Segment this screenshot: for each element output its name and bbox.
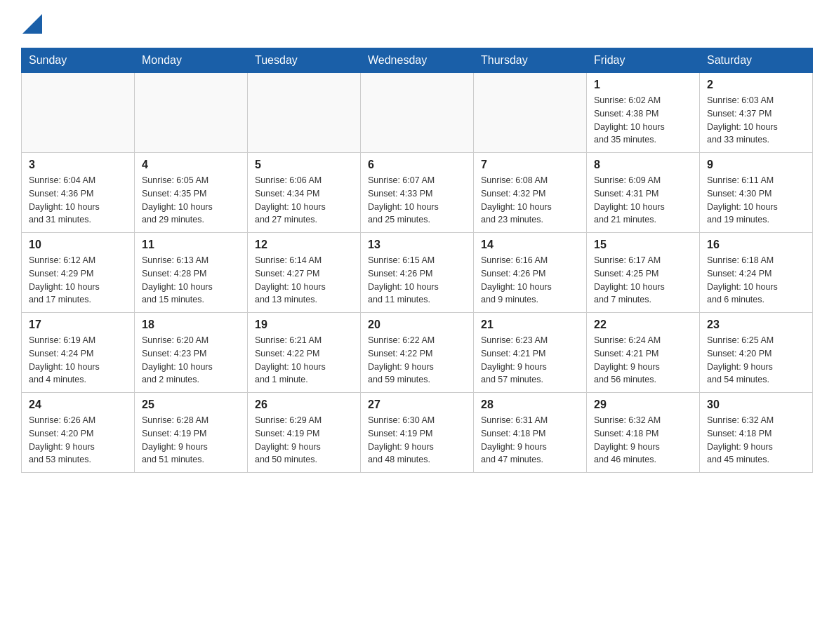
calendar-cell: 28Sunrise: 6:31 AM Sunset: 4:18 PM Dayli… <box>474 393 587 473</box>
day-number: 30 <box>707 398 805 411</box>
day-info: Sunrise: 6:26 AM Sunset: 4:20 PM Dayligh… <box>29 414 127 467</box>
calendar-cell <box>22 73 135 153</box>
day-number: 15 <box>594 239 692 251</box>
day-info: Sunrise: 6:23 AM Sunset: 4:21 PM Dayligh… <box>481 334 579 387</box>
calendar-cell: 4Sunrise: 6:05 AM Sunset: 4:35 PM Daylig… <box>135 153 248 233</box>
calendar-cell: 21Sunrise: 6:23 AM Sunset: 4:21 PM Dayli… <box>474 313 587 393</box>
calendar-cell: 27Sunrise: 6:30 AM Sunset: 4:19 PM Dayli… <box>361 393 474 473</box>
day-info: Sunrise: 6:24 AM Sunset: 4:21 PM Dayligh… <box>594 334 692 387</box>
day-number: 4 <box>142 159 240 171</box>
week-row-1: 1Sunrise: 6:02 AM Sunset: 4:38 PM Daylig… <box>22 73 813 153</box>
column-header-wednesday: Wednesday <box>361 48 474 73</box>
day-number: 14 <box>481 239 579 251</box>
column-header-thursday: Thursday <box>474 48 587 73</box>
day-number: 19 <box>255 318 353 331</box>
logo <box>21 14 44 34</box>
day-info: Sunrise: 6:11 AM Sunset: 4:30 PM Dayligh… <box>707 174 805 227</box>
week-row-3: 10Sunrise: 6:12 AM Sunset: 4:29 PM Dayli… <box>22 233 813 313</box>
calendar-cell: 30Sunrise: 6:32 AM Sunset: 4:18 PM Dayli… <box>700 393 813 473</box>
day-info: Sunrise: 6:20 AM Sunset: 4:23 PM Dayligh… <box>142 334 240 387</box>
day-number: 25 <box>142 398 240 411</box>
calendar-cell: 26Sunrise: 6:29 AM Sunset: 4:19 PM Dayli… <box>248 393 361 473</box>
day-number: 9 <box>707 159 805 171</box>
day-info: Sunrise: 6:07 AM Sunset: 4:33 PM Dayligh… <box>368 174 466 227</box>
calendar-cell: 8Sunrise: 6:09 AM Sunset: 4:31 PM Daylig… <box>587 153 700 233</box>
day-number: 21 <box>481 318 579 331</box>
day-number: 16 <box>707 239 805 251</box>
day-number: 13 <box>368 239 466 251</box>
calendar-cell: 12Sunrise: 6:14 AM Sunset: 4:27 PM Dayli… <box>248 233 361 313</box>
day-number: 20 <box>368 318 466 331</box>
column-header-monday: Monday <box>135 48 248 73</box>
day-number: 5 <box>255 159 353 171</box>
day-info: Sunrise: 6:25 AM Sunset: 4:20 PM Dayligh… <box>707 334 805 387</box>
day-info: Sunrise: 6:29 AM Sunset: 4:19 PM Dayligh… <box>255 414 353 467</box>
day-info: Sunrise: 6:14 AM Sunset: 4:27 PM Dayligh… <box>255 254 353 307</box>
day-info: Sunrise: 6:30 AM Sunset: 4:19 PM Dayligh… <box>368 414 466 467</box>
day-number: 27 <box>368 398 466 411</box>
calendar-cell: 9Sunrise: 6:11 AM Sunset: 4:30 PM Daylig… <box>700 153 813 233</box>
calendar-cell: 19Sunrise: 6:21 AM Sunset: 4:22 PM Dayli… <box>248 313 361 393</box>
day-number: 11 <box>142 239 240 251</box>
day-number: 7 <box>481 159 579 171</box>
calendar-cell: 6Sunrise: 6:07 AM Sunset: 4:33 PM Daylig… <box>361 153 474 233</box>
calendar-cell: 20Sunrise: 6:22 AM Sunset: 4:22 PM Dayli… <box>361 313 474 393</box>
calendar-header-row: SundayMondayTuesdayWednesdayThursdayFrid… <box>22 48 813 73</box>
day-info: Sunrise: 6:17 AM Sunset: 4:25 PM Dayligh… <box>594 254 692 307</box>
calendar-cell: 14Sunrise: 6:16 AM Sunset: 4:26 PM Dayli… <box>474 233 587 313</box>
day-info: Sunrise: 6:05 AM Sunset: 4:35 PM Dayligh… <box>142 174 240 227</box>
calendar-cell: 11Sunrise: 6:13 AM Sunset: 4:28 PM Dayli… <box>135 233 248 313</box>
day-info: Sunrise: 6:18 AM Sunset: 4:24 PM Dayligh… <box>707 254 805 307</box>
day-info: Sunrise: 6:09 AM Sunset: 4:31 PM Dayligh… <box>594 174 692 227</box>
day-number: 28 <box>481 398 579 411</box>
day-info: Sunrise: 6:28 AM Sunset: 4:19 PM Dayligh… <box>142 414 240 467</box>
day-info: Sunrise: 6:16 AM Sunset: 4:26 PM Dayligh… <box>481 254 579 307</box>
week-row-5: 24Sunrise: 6:26 AM Sunset: 4:20 PM Dayli… <box>22 393 813 473</box>
day-info: Sunrise: 6:02 AM Sunset: 4:38 PM Dayligh… <box>594 94 692 147</box>
day-number: 17 <box>29 318 127 331</box>
svg-marker-0 <box>22 14 42 34</box>
day-number: 24 <box>29 398 127 411</box>
column-header-sunday: Sunday <box>22 48 135 73</box>
calendar-cell <box>135 73 248 153</box>
calendar-cell: 3Sunrise: 6:04 AM Sunset: 4:36 PM Daylig… <box>22 153 135 233</box>
day-info: Sunrise: 6:21 AM Sunset: 4:22 PM Dayligh… <box>255 334 353 387</box>
day-number: 29 <box>594 398 692 411</box>
day-info: Sunrise: 6:32 AM Sunset: 4:18 PM Dayligh… <box>594 414 692 467</box>
day-info: Sunrise: 6:15 AM Sunset: 4:26 PM Dayligh… <box>368 254 466 307</box>
day-number: 18 <box>142 318 240 331</box>
calendar-cell: 23Sunrise: 6:25 AM Sunset: 4:20 PM Dayli… <box>700 313 813 393</box>
day-info: Sunrise: 6:06 AM Sunset: 4:34 PM Dayligh… <box>255 174 353 227</box>
page-header <box>21 14 813 34</box>
day-number: 26 <box>255 398 353 411</box>
day-number: 22 <box>594 318 692 331</box>
calendar-cell: 17Sunrise: 6:19 AM Sunset: 4:24 PM Dayli… <box>22 313 135 393</box>
calendar-cell: 13Sunrise: 6:15 AM Sunset: 4:26 PM Dayli… <box>361 233 474 313</box>
day-number: 3 <box>29 159 127 171</box>
logo-icon <box>22 14 42 34</box>
column-header-friday: Friday <box>587 48 700 73</box>
calendar-cell: 24Sunrise: 6:26 AM Sunset: 4:20 PM Dayli… <box>22 393 135 473</box>
calendar-cell: 25Sunrise: 6:28 AM Sunset: 4:19 PM Dayli… <box>135 393 248 473</box>
day-number: 12 <box>255 239 353 251</box>
day-info: Sunrise: 6:32 AM Sunset: 4:18 PM Dayligh… <box>707 414 805 467</box>
calendar-cell <box>474 73 587 153</box>
day-info: Sunrise: 6:19 AM Sunset: 4:24 PM Dayligh… <box>29 334 127 387</box>
column-header-saturday: Saturday <box>700 48 813 73</box>
calendar-cell: 1Sunrise: 6:02 AM Sunset: 4:38 PM Daylig… <box>587 73 700 153</box>
day-info: Sunrise: 6:08 AM Sunset: 4:32 PM Dayligh… <box>481 174 579 227</box>
week-row-4: 17Sunrise: 6:19 AM Sunset: 4:24 PM Dayli… <box>22 313 813 393</box>
day-info: Sunrise: 6:04 AM Sunset: 4:36 PM Dayligh… <box>29 174 127 227</box>
calendar-cell: 5Sunrise: 6:06 AM Sunset: 4:34 PM Daylig… <box>248 153 361 233</box>
day-info: Sunrise: 6:12 AM Sunset: 4:29 PM Dayligh… <box>29 254 127 307</box>
calendar-table: SundayMondayTuesdayWednesdayThursdayFrid… <box>21 48 813 473</box>
calendar-cell: 18Sunrise: 6:20 AM Sunset: 4:23 PM Dayli… <box>135 313 248 393</box>
day-info: Sunrise: 6:13 AM Sunset: 4:28 PM Dayligh… <box>142 254 240 307</box>
week-row-2: 3Sunrise: 6:04 AM Sunset: 4:36 PM Daylig… <box>22 153 813 233</box>
day-number: 23 <box>707 318 805 331</box>
day-info: Sunrise: 6:31 AM Sunset: 4:18 PM Dayligh… <box>481 414 579 467</box>
day-number: 8 <box>594 159 692 171</box>
calendar-cell: 22Sunrise: 6:24 AM Sunset: 4:21 PM Dayli… <box>587 313 700 393</box>
day-number: 2 <box>707 79 805 91</box>
day-number: 6 <box>368 159 466 171</box>
